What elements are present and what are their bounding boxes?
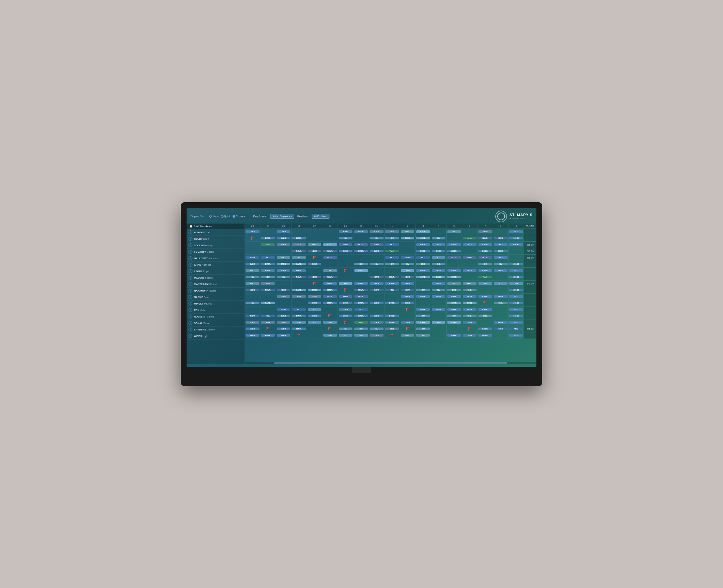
grid-cell[interactable]: Avail. (384, 248, 400, 254)
grid-cell[interactable]: NEUR. (276, 287, 292, 293)
grid-cell[interactable] (338, 261, 354, 267)
grid-cell[interactable]: ONC. (462, 313, 477, 319)
grid-cell[interactable]: STEP. (245, 319, 260, 326)
grid-cell[interactable]: EMER. (322, 287, 338, 293)
grid-cell[interactable] (276, 280, 292, 287)
grid-cell[interactable]: EMER. (338, 300, 354, 306)
grid-cell[interactable]: ICU (416, 287, 431, 293)
grid-cell[interactable]: NEUR. (493, 235, 509, 241)
grid-cell[interactable]: STEP. (384, 326, 400, 332)
grid-cell[interactable]: NICU (400, 287, 416, 293)
filter-quick[interactable]: Quick (221, 215, 231, 218)
grid-cell[interactable] (354, 274, 369, 280)
grid-cell[interactable] (477, 319, 493, 326)
grid-cell[interactable] (400, 313, 416, 319)
grid-cell[interactable]: EMER. (384, 300, 400, 306)
grid-cell[interactable]: EMER. (245, 261, 260, 267)
grid-cell[interactable]: BURN. (369, 319, 384, 326)
grid-cell[interactable]: EMER. (276, 229, 292, 235)
grid-cell[interactable]: EMER. (447, 294, 462, 300)
grid-cell[interactable] (431, 313, 447, 319)
grid-cell[interactable]: ONC. (322, 268, 338, 274)
staff-item[interactable]: 👤 GALLOWAY Madeline (187, 255, 244, 262)
grid-cell[interactable]: NEUR. (338, 242, 354, 248)
grid-cell[interactable]: BURN. (354, 229, 369, 235)
grid-cell[interactable]: 🚩 (292, 332, 307, 339)
grid-cell[interactable]: 🚩 (477, 300, 493, 306)
grid-cell[interactable]: 245.00 (509, 319, 524, 326)
grid-cell[interactable] (322, 229, 338, 235)
grid-cell[interactable]: CARD. (260, 300, 276, 306)
grid-cell[interactable] (447, 235, 462, 241)
staff-item[interactable]: 👤 MINSKY Marina (187, 301, 244, 307)
staff-item[interactable]: 👤 BURKE Wolfe (187, 229, 244, 236)
grid-cell[interactable]: ICU (354, 332, 369, 339)
grid-cell[interactable]: EMER. (260, 261, 276, 267)
grid-cell[interactable]: NEUR. (307, 274, 323, 280)
staff-item[interactable]: 👤 MALOOF Fatima (187, 275, 244, 281)
grid-cell[interactable]: NICU (416, 255, 431, 261)
grid-cell[interactable]: NICU (384, 287, 400, 293)
grid-cell[interactable]: NICU (493, 326, 509, 332)
grid-cell[interactable]: EMER. (354, 248, 369, 254)
grid-cell[interactable]: ONC. (400, 229, 416, 235)
grid-cell[interactable]: NICU (384, 242, 400, 248)
grid-cell[interactable]: EMER. (260, 235, 276, 241)
staff-item[interactable]: 👤 LEONE Priya (187, 268, 244, 275)
grid-cell[interactable] (462, 261, 477, 267)
staff-item[interactable]: 👤 SANDERS Damien (187, 327, 244, 333)
grid-cell[interactable] (260, 248, 276, 254)
grid-cell[interactable]: CARD. (307, 287, 323, 293)
grid-cell[interactable]: BURN. (462, 332, 477, 339)
grid-cell[interactable]: EMER. (307, 313, 323, 319)
grid-cell[interactable]: ICU (245, 300, 260, 306)
grid-cell[interactable]: ONC. (462, 287, 477, 293)
grid-cell[interactable]: 255.00 (509, 287, 524, 293)
grid-cell[interactable]: ICU (338, 332, 354, 339)
grid-cell[interactable]: EMER. (447, 332, 462, 339)
grid-cell[interactable]: EMER. (477, 242, 493, 248)
grid-cell[interactable]: 🚩 (400, 307, 416, 313)
grid-cell[interactable] (322, 261, 338, 267)
grid-cell[interactable] (245, 242, 260, 248)
grid-cell[interactable] (431, 300, 447, 306)
grid-cell[interactable]: EMER. (384, 313, 400, 319)
grid-cell[interactable] (260, 229, 276, 235)
grid-cell[interactable] (260, 307, 276, 313)
grid-cell[interactable] (431, 326, 447, 332)
grid-cell[interactable]: STEP. (477, 229, 493, 235)
grid-cell[interactable]: ONC. (447, 229, 462, 235)
grid-cell[interactable]: ONC. (276, 255, 292, 261)
grid-cell[interactable]: ONC. (400, 332, 416, 339)
grid-cell[interactable]: EMER. (400, 294, 416, 300)
grid-cell[interactable]: 245.00 (509, 332, 524, 339)
staff-item[interactable]: 👤 WEISS Layla (187, 333, 244, 339)
grid-cell[interactable]: ONC. (462, 280, 477, 287)
grid-cell[interactable]: NEUR. (477, 235, 493, 241)
grid-cell[interactable]: 245.00 (509, 235, 524, 241)
grid-cell[interactable]: EMER. (369, 313, 384, 319)
grid-cell[interactable]: EMER. (245, 229, 260, 235)
grid-cell[interactable]: EMER. (493, 268, 509, 274)
grid-cell[interactable]: 🚩 (338, 319, 354, 326)
grid-cell[interactable]: EMER. (477, 307, 493, 313)
grid-cell[interactable]: 245.00 (509, 307, 524, 313)
grid-cell[interactable]: NICU (276, 307, 292, 313)
grid-cell[interactable]: 255.00 (509, 274, 524, 280)
grid-cell[interactable]: NEUR. (400, 274, 416, 280)
grid-cell[interactable]: EMER. (462, 294, 477, 300)
grid-cell[interactable]: NEUR. (338, 294, 354, 300)
grid-cell[interactable]: ONC. (447, 287, 462, 293)
grid-cell[interactable] (307, 235, 323, 241)
grid-cell[interactable]: CARD. (400, 235, 416, 241)
grid-cell[interactable]: NEUR. (322, 274, 338, 280)
grid-cell[interactable]: NICU (509, 326, 524, 332)
grid-cell[interactable]: EMER. (292, 235, 307, 241)
grid-cell[interactable]: ICU (431, 287, 447, 293)
grid-cell[interactable]: 245.00 (509, 300, 524, 306)
grid-cell[interactable]: BURN. (384, 319, 400, 326)
grid-cell[interactable]: EMER. (416, 242, 431, 248)
grid-cell[interactable] (493, 287, 509, 293)
grid-cell[interactable]: NEUR. (354, 242, 369, 248)
grid-cell[interactable]: 🚩 (322, 326, 338, 332)
